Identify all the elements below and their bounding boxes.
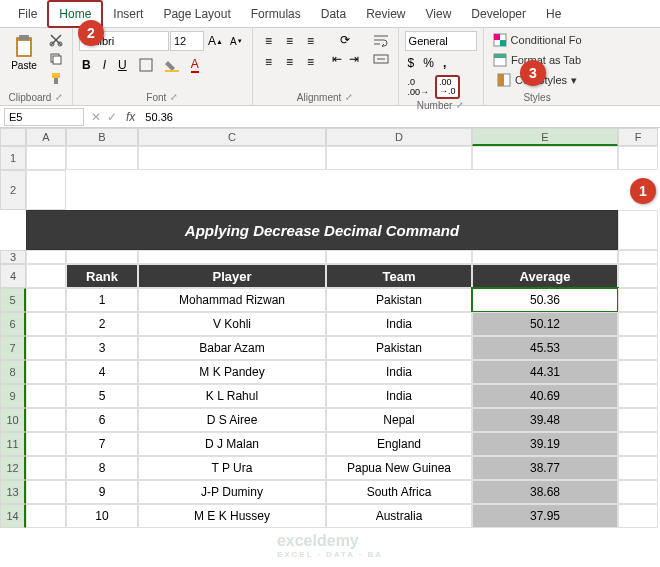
font-size-select[interactable]: [170, 31, 204, 51]
cell[interactable]: [138, 250, 326, 264]
border-button[interactable]: [136, 56, 156, 74]
cell[interactable]: [472, 146, 618, 170]
align-center-button[interactable]: ≡: [280, 52, 300, 72]
cell-average[interactable]: 38.68: [472, 480, 618, 504]
cell[interactable]: [26, 312, 66, 336]
cell[interactable]: [472, 250, 618, 264]
bold-button[interactable]: B: [79, 56, 94, 74]
row-header[interactable]: 13: [0, 480, 26, 504]
cell-average[interactable]: 44.31: [472, 360, 618, 384]
col-header-d[interactable]: D: [326, 128, 472, 146]
cell-rank[interactable]: 3: [66, 336, 138, 360]
tab-developer[interactable]: Developer: [461, 2, 536, 26]
row-header[interactable]: 1: [0, 146, 26, 170]
cell-average[interactable]: 45.53: [472, 336, 618, 360]
align-right-button[interactable]: ≡: [301, 52, 321, 72]
cell-player[interactable]: D J Malan: [138, 432, 326, 456]
cell[interactable]: [618, 146, 658, 170]
align-top-button[interactable]: ≡: [259, 31, 279, 51]
cell[interactable]: [26, 250, 66, 264]
decrease-decimal-button[interactable]: .00→.0: [435, 75, 460, 99]
clipboard-launcher-icon[interactable]: ⤢: [55, 92, 63, 103]
formula-input[interactable]: [141, 109, 660, 125]
tab-view[interactable]: View: [416, 2, 462, 26]
cell[interactable]: [618, 408, 658, 432]
cell-rank[interactable]: 2: [66, 312, 138, 336]
cell-team[interactable]: India: [326, 384, 472, 408]
row-header[interactable]: 14: [0, 504, 26, 528]
orientation-button[interactable]: ⟳: [329, 31, 362, 49]
align-middle-button[interactable]: ≡: [280, 31, 300, 51]
cell-team[interactable]: India: [326, 360, 472, 384]
row-header[interactable]: 7: [0, 336, 26, 360]
tab-pagelayout[interactable]: Page Layout: [153, 2, 240, 26]
cell[interactable]: [618, 432, 658, 456]
cell[interactable]: [26, 384, 66, 408]
header-average[interactable]: Average: [472, 264, 618, 288]
col-header-f[interactable]: F: [618, 128, 658, 146]
underline-button[interactable]: U: [115, 56, 130, 74]
format-painter-button[interactable]: [46, 69, 66, 87]
shrink-font-button[interactable]: A▼: [227, 34, 246, 49]
number-format-select[interactable]: [405, 31, 477, 51]
cell-team[interactable]: Nepal: [326, 408, 472, 432]
cell-rank[interactable]: 4: [66, 360, 138, 384]
cut-button[interactable]: [46, 31, 66, 49]
cell[interactable]: [26, 360, 66, 384]
title-cell[interactable]: Applying Decrease Decimal Command: [26, 210, 618, 250]
cell[interactable]: [138, 146, 326, 170]
cell-average[interactable]: 37.95: [472, 504, 618, 528]
name-box[interactable]: [4, 108, 84, 126]
paste-button[interactable]: Paste: [6, 31, 42, 73]
col-header-e[interactable]: E: [472, 128, 618, 146]
cell[interactable]: [618, 480, 658, 504]
cell-player[interactable]: D S Airee: [138, 408, 326, 432]
align-bottom-button[interactable]: ≡: [301, 31, 321, 51]
cell[interactable]: [26, 504, 66, 528]
italic-button[interactable]: I: [100, 56, 109, 74]
cell[interactable]: [326, 146, 472, 170]
tab-file[interactable]: File: [8, 2, 47, 26]
cell-team[interactable]: India: [326, 312, 472, 336]
row-header[interactable]: 5: [0, 288, 26, 312]
cell-average[interactable]: 39.19: [472, 432, 618, 456]
cell[interactable]: [618, 336, 658, 360]
cell-rank[interactable]: 5: [66, 384, 138, 408]
tab-review[interactable]: Review: [356, 2, 415, 26]
cell[interactable]: [618, 456, 658, 480]
row-header[interactable]: 2: [0, 170, 26, 210]
cell[interactable]: [618, 504, 658, 528]
select-all-corner[interactable]: [0, 128, 26, 146]
row-header[interactable]: 11: [0, 432, 26, 456]
cell-player[interactable]: Babar Azam: [138, 336, 326, 360]
merge-button[interactable]: [370, 50, 392, 68]
cell-team[interactable]: England: [326, 432, 472, 456]
cell[interactable]: [326, 250, 472, 264]
cell[interactable]: [26, 456, 66, 480]
cell-average[interactable]: 39.48: [472, 408, 618, 432]
cell-average[interactable]: 40.69: [472, 384, 618, 408]
fx-icon[interactable]: fx: [120, 110, 141, 124]
fill-color-button[interactable]: [162, 56, 182, 74]
cell[interactable]: [26, 170, 66, 210]
cell-team[interactable]: Pakistan: [326, 288, 472, 312]
cell[interactable]: [618, 312, 658, 336]
cell[interactable]: [26, 432, 66, 456]
increase-indent-button[interactable]: ⇥: [346, 50, 362, 68]
font-color-button[interactable]: A: [188, 55, 202, 75]
conditional-formatting-button[interactable]: Conditional Fo: [490, 31, 585, 49]
cell[interactable]: [26, 336, 66, 360]
cell[interactable]: [618, 250, 658, 264]
header-team[interactable]: Team: [326, 264, 472, 288]
font-launcher-icon[interactable]: ⤢: [170, 92, 178, 103]
cell[interactable]: [26, 480, 66, 504]
cell-player[interactable]: J-P Duminy: [138, 480, 326, 504]
tab-insert[interactable]: Insert: [103, 2, 153, 26]
cancel-icon[interactable]: ✕: [88, 110, 104, 124]
cell-average[interactable]: 50.36: [472, 288, 618, 312]
cell-team[interactable]: South Africa: [326, 480, 472, 504]
cell-rank[interactable]: 7: [66, 432, 138, 456]
align-left-button[interactable]: ≡: [259, 52, 279, 72]
cell-player[interactable]: T P Ura: [138, 456, 326, 480]
tab-help[interactable]: He: [536, 2, 571, 26]
